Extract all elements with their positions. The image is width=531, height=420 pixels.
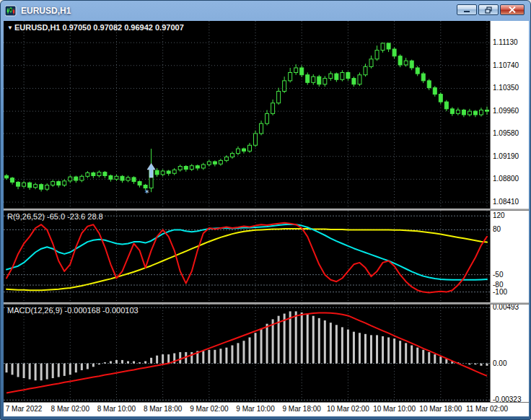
titlebar[interactable]: EURUSD,H1 [1, 1, 530, 21]
buy-arrow-icon [147, 163, 155, 178]
symbol-ohlc-text: EURUSD,H1 0.97050 0.97082 0.96942 0.9700… [14, 23, 184, 32]
star-marker-icon: ✶ [144, 188, 150, 196]
close-icon [509, 6, 516, 13]
oscillator-axis-label: -50 [493, 271, 503, 279]
macd-signal-line [6, 313, 487, 393]
close-button[interactable] [500, 4, 525, 15]
macd-indicator-label: MACD(12,26,9) -0.000168 -0.000103 [7, 306, 139, 315]
price-axis-label: 1.10350 [493, 84, 519, 92]
price-axis-label: 1.10740 [493, 61, 519, 69]
minimize-icon [463, 6, 470, 13]
medium-line [6, 224, 487, 280]
panel-separator[interactable] [4, 209, 529, 211]
time-axis-label: 9 Mar 18:00 [283, 405, 321, 413]
time-axis-label: 10 Mar 10:00 [373, 405, 416, 413]
time-axis-label: 8 Mar 18:00 [144, 405, 182, 413]
macd-canvas [4, 305, 490, 402]
time-axis-label: 7 Mar 2022 [6, 405, 43, 413]
chart-client: ✶ 1.111301.107401.103501.099601.095801.0… [4, 21, 529, 416]
time-axis-label: 8 Mar 02:00 [51, 405, 89, 413]
time-axis-label: 9 Mar 02:00 [190, 405, 228, 413]
restore-icon [485, 6, 493, 14]
symbol-ohlc-label: ▼EURUSD,H1 0.97050 0.97082 0.96942 0.970… [7, 23, 184, 32]
macd-panel[interactable] [4, 305, 490, 402]
price-axis-label: 1.09190 [493, 152, 519, 160]
chart-icon [5, 5, 17, 17]
window-title: EURUSD,H1 [21, 6, 71, 16]
time-axis-label: 10 Mar 02:00 [327, 405, 369, 413]
panel-separator[interactable] [4, 302, 529, 305]
chart-begin-marker-icon: ▼ [7, 25, 13, 31]
price-axis[interactable]: 1.111301.107401.103501.099601.095801.091… [490, 21, 529, 402]
chart-window: EURUSD,H1 ✶ 1.111301.107 [0, 0, 531, 420]
time-axis-label: 9 Mar 10:00 [236, 405, 274, 413]
restore-button[interactable] [478, 4, 499, 15]
price-axis-label: 1.08800 [493, 175, 519, 183]
oscillator-axis-label: 80 [493, 225, 501, 233]
main-chart-canvas: ✶ [4, 21, 490, 209]
minimize-button[interactable] [457, 4, 477, 15]
time-axis-label: 11 Mar 02:00 [466, 405, 508, 413]
price-axis-label: 1.09960 [493, 107, 519, 115]
price-axis-label: 1.08410 [493, 198, 519, 206]
oscillator-indicator-label: R(9,26,52) -65.0 -23.6 28.8 [7, 212, 103, 221]
price-axis-label: 1.09580 [493, 129, 519, 137]
oscillator-panel[interactable] [4, 211, 490, 302]
time-axis-label: 8 Mar 10:00 [97, 405, 136, 413]
oscillator-axis-label: -100 [493, 288, 507, 296]
time-axis[interactable]: 7 Mar 20228 Mar 02:008 Mar 10:008 Mar 18… [4, 402, 529, 416]
caption-buttons [457, 4, 525, 15]
slow-line [6, 229, 487, 290]
price-axis-label: 1.11130 [493, 38, 518, 46]
time-axis-label: 10 Mar 18:00 [419, 405, 462, 413]
macd-axis-label: 0.00 [493, 359, 506, 367]
oscillator-canvas [4, 211, 490, 302]
fast-line [6, 223, 487, 293]
oscillator-axis-label: 120 [493, 211, 505, 219]
main-chart-panel[interactable]: ✶ [4, 21, 490, 209]
